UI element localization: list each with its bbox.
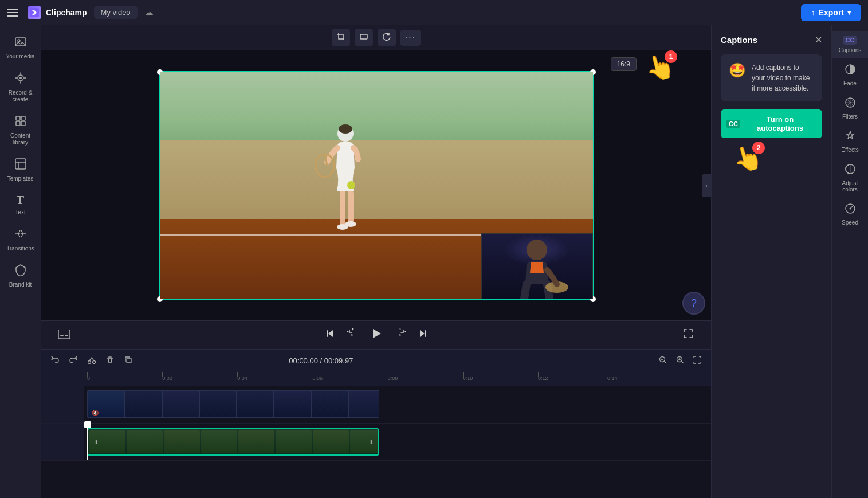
tool-fade[interactable]: Fade — [832, 59, 868, 91]
main-layout: Your media Record & create Content libra… — [0, 25, 868, 498]
app-name: Clipchamp — [46, 8, 87, 17]
timeline-tracks: 🔇 — [41, 386, 711, 498]
zoom-in-button[interactable] — [673, 353, 687, 369]
duplicate-button[interactable] — [121, 353, 135, 369]
play-button[interactable] — [370, 327, 383, 344]
captions-panel-content: Captions ✕ 🤩 Add captions to your video … — [712, 25, 831, 498]
autocaptions-button-area: CC Turn on autocaptions 👆 2 — [721, 109, 822, 138]
help-button[interactable]: ? — [682, 292, 705, 315]
rewind-5s-button[interactable]: 5 — [347, 328, 358, 342]
overlay-clip[interactable]: 🔇 — [87, 390, 379, 418]
crop-button[interactable] — [332, 29, 350, 46]
tool-filters[interactable]: Filters — [832, 92, 868, 124]
zoom-controls — [656, 353, 704, 369]
sidebar-item-brand-kit[interactable]: Brand kit — [0, 259, 41, 293]
svg-point-12 — [339, 124, 352, 134]
record-create-icon — [14, 72, 27, 87]
effects-tool-label: Effects — [841, 147, 858, 153]
brand-kit-icon — [14, 264, 27, 279]
logo-icon — [28, 6, 41, 19]
cursor-badge-2: 2 — [752, 142, 765, 154]
zoom-out-button[interactable] — [656, 353, 670, 369]
fit-to-window-button[interactable] — [690, 353, 704, 369]
playback-controls: 5 5 — [41, 320, 711, 349]
tool-captions[interactable]: CC Captions — [832, 31, 868, 58]
preview-wrapper: 16:9 — [41, 50, 711, 320]
undo-button[interactable] — [48, 353, 62, 369]
subtitles-toggle-button[interactable] — [58, 330, 70, 340]
svg-point-2 — [18, 40, 20, 42]
your-media-icon — [14, 36, 27, 51]
skip-to-start-button[interactable] — [325, 328, 335, 342]
rotate-button[interactable] — [378, 29, 396, 46]
redo-button[interactable] — [66, 353, 80, 369]
filters-tool-label: Filters — [842, 113, 858, 120]
export-button[interactable]: ↑ Export ▾ — [801, 4, 861, 21]
video-title[interactable]: My video — [94, 6, 138, 19]
autocaptions-button[interactable]: CC Turn on autocaptions — [721, 109, 822, 138]
more-options-button[interactable]: ··· — [400, 30, 421, 46]
sidebar-item-text[interactable]: T Text — [0, 189, 41, 221]
topbar-right: ↑ Export ▾ — [801, 4, 861, 21]
adjust-colors-tool-label: Adjust colors — [834, 180, 866, 193]
svg-rect-24 — [65, 335, 68, 336]
main-video-clip[interactable]: ⏸ ⏸ — [87, 428, 379, 456]
export-dropdown-icon: ▾ — [847, 9, 851, 17]
templates-icon — [14, 158, 27, 173]
sidebar-item-transitions[interactable]: Transitions — [0, 223, 41, 257]
captions-header: Captions ✕ — [721, 34, 822, 45]
tennis-player — [311, 116, 380, 242]
pip-video[interactable] — [481, 233, 593, 299]
captions-title: Captions — [721, 35, 757, 45]
captions-panel: Captions ✕ 🤩 Add captions to your video … — [711, 25, 831, 498]
svg-rect-7 — [16, 121, 20, 126]
text-icon: T — [17, 194, 24, 207]
topbar: Clipchamp My video ☁ ↑ Export ▾ — [0, 0, 868, 25]
tool-adjust-colors[interactable]: Adjust colors — [832, 159, 868, 197]
speed-tool-icon — [845, 203, 856, 217]
svg-text:5: 5 — [399, 333, 401, 336]
svg-rect-5 — [16, 116, 20, 120]
cursor-1: 👆 1 — [645, 53, 674, 81]
fade-tool-icon — [845, 64, 856, 78]
sidebar-item-templates[interactable]: Templates — [0, 153, 41, 187]
resize-button[interactable] — [355, 29, 373, 46]
captions-close-button[interactable]: ✕ — [815, 34, 822, 45]
svg-rect-31 — [127, 358, 131, 363]
clip-pause-icon-left: ⏸ — [93, 439, 99, 445]
svg-point-20 — [527, 240, 547, 260]
sidebar-item-content-library[interactable]: Content library — [0, 110, 41, 151]
menu-button[interactable] — [7, 6, 21, 19]
speed-tool-label: Speed — [842, 219, 858, 226]
sidebar-label-record-create: Record & create — [2, 89, 38, 103]
svg-rect-23 — [60, 335, 64, 336]
svg-rect-22 — [58, 330, 70, 339]
captions-info-box: 🤩 Add captions to your video to make it … — [721, 54, 822, 101]
svg-text:5: 5 — [351, 333, 353, 336]
svg-rect-8 — [21, 121, 25, 126]
transitions-icon — [14, 228, 27, 243]
tool-effects[interactable]: Effects — [832, 126, 868, 158]
cut-button[interactable] — [85, 353, 99, 369]
delete-button[interactable] — [103, 353, 117, 369]
adjust-colors-tool-icon — [845, 163, 856, 178]
svg-rect-28 — [425, 330, 426, 337]
svg-rect-10 — [360, 34, 367, 39]
track-content-main[interactable]: ⏸ ⏸ — [84, 424, 711, 460]
track-label-main — [41, 424, 84, 460]
svg-point-38 — [849, 208, 851, 210]
sidebar-item-record-create[interactable]: Record & create — [0, 67, 41, 108]
sidebar-label-templates: Templates — [7, 175, 34, 182]
sidebar-item-your-media[interactable]: Your media — [0, 31, 41, 65]
sidebar-label-text: Text — [15, 209, 25, 216]
video-frame[interactable] — [159, 71, 594, 300]
forward-5s-button[interactable]: 5 — [395, 328, 406, 342]
right-collapse-button[interactable]: › — [702, 174, 711, 197]
track-label-overlay — [41, 386, 84, 423]
fade-tool-label: Fade — [843, 80, 857, 87]
skip-to-end-button[interactable] — [418, 328, 428, 342]
track-content-overlay[interactable]: 🔇 — [84, 386, 711, 423]
fullscreen-button[interactable] — [682, 328, 694, 342]
tool-speed[interactable]: Speed — [832, 198, 868, 230]
timeline-ruler: 0 0:02 0:04 0:06 0:08 0:10 0:12 0:14 — [41, 372, 711, 386]
